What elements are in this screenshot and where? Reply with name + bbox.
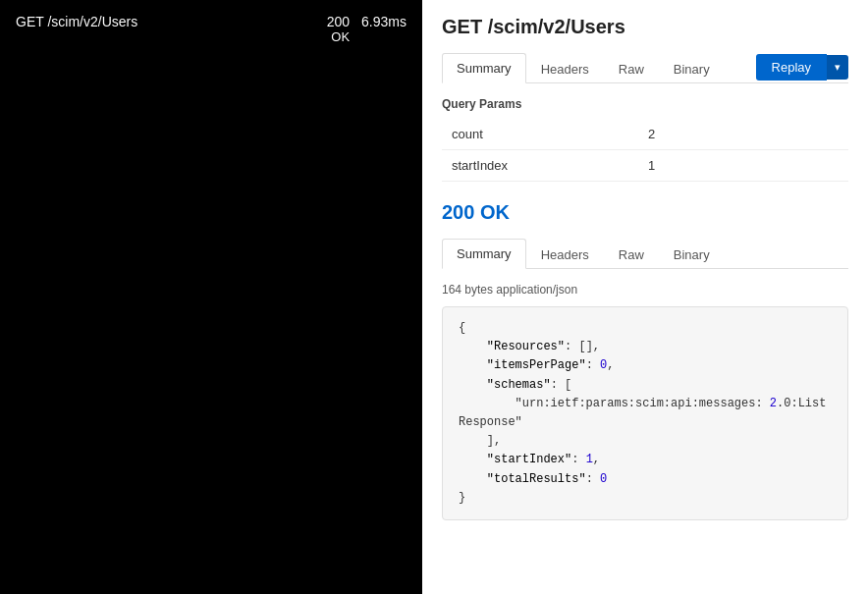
param-value: 1 <box>638 150 848 182</box>
query-params-label: Query Params <box>442 97 848 111</box>
response-tabs: Summary Headers Raw Binary <box>442 238 848 269</box>
request-title: GET /scim/v2/Users <box>442 16 848 38</box>
left-panel: GET /scim/v2/Users 200 OK 6.93ms <box>0 0 422 594</box>
status-code: 200 <box>327 14 350 29</box>
response-meta: 164 bytes application/json <box>442 283 848 297</box>
request-tabs: Summary Headers Raw Binary Replay ▾ <box>442 52 848 83</box>
tab-request-raw[interactable]: Raw <box>604 54 659 83</box>
request-meta: 200 OK 6.93ms <box>327 14 407 44</box>
replay-btn-group: Replay ▾ <box>756 54 848 81</box>
tab-request-headers[interactable]: Headers <box>526 54 604 83</box>
right-panel: GET /scim/v2/Users Summary Headers Raw B… <box>422 0 868 594</box>
query-params-table: count2startIndex1 <box>442 119 848 182</box>
tab-response-headers[interactable]: Headers <box>526 240 604 269</box>
replay-button[interactable]: Replay <box>756 54 827 81</box>
replay-dropdown-button[interactable]: ▾ <box>827 55 848 80</box>
response-section: 200 OK Summary Headers Raw Binary 164 by… <box>442 201 848 520</box>
status-ok: OK <box>327 29 350 44</box>
param-value: 2 <box>638 119 848 150</box>
request-row: GET /scim/v2/Users 200 OK 6.93ms <box>16 14 407 44</box>
table-row: count2 <box>442 119 848 150</box>
table-row: startIndex1 <box>442 150 848 182</box>
param-key: startIndex <box>442 150 638 182</box>
tab-response-binary[interactable]: Binary <box>659 240 725 269</box>
tab-request-summary[interactable]: Summary <box>442 53 526 83</box>
request-status: 200 OK <box>327 14 350 44</box>
tab-response-summary[interactable]: Summary <box>442 239 526 269</box>
param-key: count <box>442 119 638 150</box>
tab-request-binary[interactable]: Binary <box>659 54 725 83</box>
json-code-block: { "Resources": [], "itemsPerPage": 0, "s… <box>442 306 848 520</box>
request-method-path: GET /scim/v2/Users <box>16 14 137 29</box>
duration: 6.93ms <box>361 14 407 44</box>
tab-response-raw[interactable]: Raw <box>604 240 659 269</box>
response-title: 200 OK <box>442 201 848 224</box>
